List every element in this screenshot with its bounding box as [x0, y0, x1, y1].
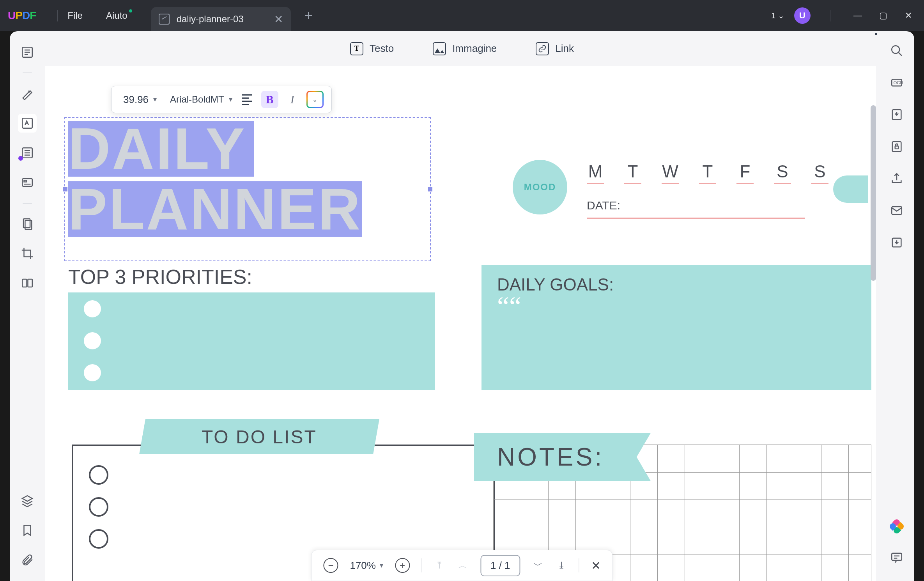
- vertical-scrollbar[interactable]: [871, 105, 876, 281]
- svg-rect-17: [892, 553, 902, 560]
- font-size-dropdown[interactable]: 39.96 ▾: [119, 94, 161, 106]
- link-tool-button[interactable]: Link: [536, 42, 574, 55]
- text-tool-button[interactable]: T Testo: [350, 42, 394, 55]
- titlebar: UPDF File Aiuto daliy-planner-03 ✕ + 1 ⌄…: [0, 0, 924, 31]
- link-icon: [536, 42, 549, 55]
- resize-handle-right[interactable]: [428, 187, 432, 191]
- text-color-button[interactable]: ⌄: [306, 91, 324, 108]
- menu-file[interactable]: File: [67, 10, 83, 21]
- zoom-in-button[interactable]: +: [395, 558, 410, 573]
- close-tab-icon[interactable]: ✕: [274, 13, 283, 26]
- text-format-toolbar: 39.96 ▾ Arial-BoldMT ▾ B I ⌄: [111, 86, 332, 113]
- attachment-button[interactable]: [18, 551, 37, 569]
- priorities-box: [68, 292, 435, 390]
- chevron-down-icon: ▾: [229, 95, 232, 104]
- ocr-button[interactable]: OCR: [889, 75, 905, 90]
- font-size-value: 39.96: [123, 94, 149, 106]
- bullet-icon: [84, 332, 101, 349]
- bullet-icon: [84, 364, 101, 381]
- font-family-dropdown[interactable]: Arial-BoldMT ▾: [166, 94, 236, 105]
- separator: [579, 558, 579, 572]
- share-button[interactable]: [889, 171, 905, 186]
- zoom-out-button[interactable]: −: [323, 558, 338, 573]
- image-tool-button[interactable]: Immagine: [433, 42, 497, 55]
- svg-rect-7: [22, 279, 27, 287]
- reader-mode-button[interactable]: [18, 43, 37, 62]
- convert-button[interactable]: [889, 107, 905, 122]
- document-icon: [159, 14, 170, 25]
- svg-rect-14: [895, 146, 899, 149]
- close-bar-button[interactable]: ✕: [591, 559, 601, 572]
- date-label: DATE:: [587, 199, 805, 219]
- zoom-page-bar: − 170% ▾ + ⤒ ︿ 1 / 1 ﹀ ⤓ ✕: [311, 550, 612, 581]
- menu-help[interactable]: Aiuto: [106, 10, 127, 21]
- next-page-button[interactable]: ﹀: [532, 559, 544, 572]
- weekday-label: T: [699, 162, 716, 184]
- protect-button[interactable]: [889, 139, 905, 154]
- checkbox-circle-icon: [89, 497, 108, 517]
- svg-rect-13: [892, 142, 901, 152]
- link-tool-label: Link: [555, 43, 574, 55]
- compare-tool-button[interactable]: [18, 274, 37, 292]
- center-area: T Testo Immagine Link 39.96 ▾ Arial-Bold: [45, 31, 879, 581]
- document-tab[interactable]: daliy-planner-03 ✕: [151, 7, 291, 31]
- prev-page-button[interactable]: ︿: [457, 559, 469, 572]
- page-indicator[interactable]: 1 / 1: [480, 555, 520, 576]
- bookmark-button[interactable]: [18, 521, 37, 540]
- last-page-button[interactable]: ⤓: [556, 560, 567, 571]
- resize-handle-left[interactable]: [63, 187, 67, 191]
- notification-dot-icon: [129, 9, 132, 12]
- chevron-down-icon: ⌄: [312, 96, 317, 103]
- svg-rect-8: [28, 279, 32, 287]
- user-avatar[interactable]: U: [794, 7, 811, 24]
- separator: [23, 73, 32, 73]
- cloud-decoration-icon: [833, 175, 868, 203]
- align-left-button[interactable]: [242, 92, 256, 106]
- separator: [23, 203, 32, 204]
- priorities-heading: TOP 3 PRIORITIES:: [68, 265, 252, 289]
- minimize-button[interactable]: —: [850, 11, 866, 21]
- ai-assistant-button[interactable]: [889, 519, 905, 534]
- maximize-button[interactable]: ▢: [875, 11, 891, 21]
- separator: [830, 10, 830, 21]
- crop-tool-button[interactable]: [18, 244, 37, 263]
- separator: [57, 10, 58, 21]
- new-tab-button[interactable]: +: [304, 7, 313, 24]
- app-logo: UPDF: [8, 9, 36, 22]
- checkbox-circle-icon: [89, 529, 108, 549]
- chevron-down-icon: ▾: [380, 561, 383, 570]
- form-tool-button[interactable]: [18, 173, 37, 192]
- bullet-icon: [84, 300, 101, 317]
- left-sidebar: [10, 31, 45, 581]
- document-viewport[interactable]: 39.96 ▾ Arial-BoldMT ▾ B I ⌄: [45, 66, 876, 581]
- chevron-down-icon: ▾: [153, 95, 157, 104]
- image-tool-label: Immagine: [452, 43, 497, 55]
- weekday-label: W: [662, 162, 679, 184]
- first-page-button[interactable]: ⤒: [434, 560, 445, 571]
- search-button[interactable]: [889, 43, 905, 58]
- page-tool-button[interactable]: [18, 214, 37, 233]
- indicator-dot-icon: [18, 156, 23, 161]
- window-count-dropdown[interactable]: 1 ⌄: [771, 11, 784, 20]
- zoom-level-dropdown[interactable]: 170% ▾: [350, 560, 383, 572]
- save-button[interactable]: [889, 235, 905, 250]
- italic-button[interactable]: I: [284, 91, 301, 108]
- quote-icon: ““: [497, 298, 856, 315]
- right-sidebar: OCR: [879, 31, 914, 581]
- ai-flower-icon: [890, 519, 904, 533]
- close-window-button[interactable]: ✕: [901, 11, 916, 21]
- comments-panel-button[interactable]: [889, 550, 905, 565]
- bold-button[interactable]: B: [261, 91, 278, 108]
- notes-banner: NOTES:: [474, 433, 651, 481]
- text-tool-label: Testo: [370, 43, 394, 55]
- planner-title-text[interactable]: DAILY PLANNER: [68, 121, 362, 237]
- layers-button[interactable]: [18, 491, 37, 510]
- edit-tool-button[interactable]: [18, 114, 37, 133]
- goals-heading: DAILY GOALS:: [497, 275, 856, 294]
- weekdays-row: M T W T F S S: [587, 162, 828, 184]
- todo-banner: TO DO LIST: [139, 419, 379, 454]
- text-icon: T: [350, 42, 363, 55]
- mood-circle: MOOD: [513, 160, 567, 214]
- email-button[interactable]: [889, 203, 905, 218]
- comment-tool-button[interactable]: [18, 84, 37, 103]
